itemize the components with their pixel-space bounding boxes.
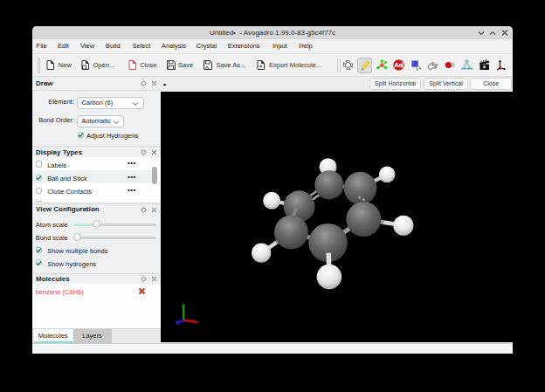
svg-text:Aa: Aa [394, 61, 403, 69]
